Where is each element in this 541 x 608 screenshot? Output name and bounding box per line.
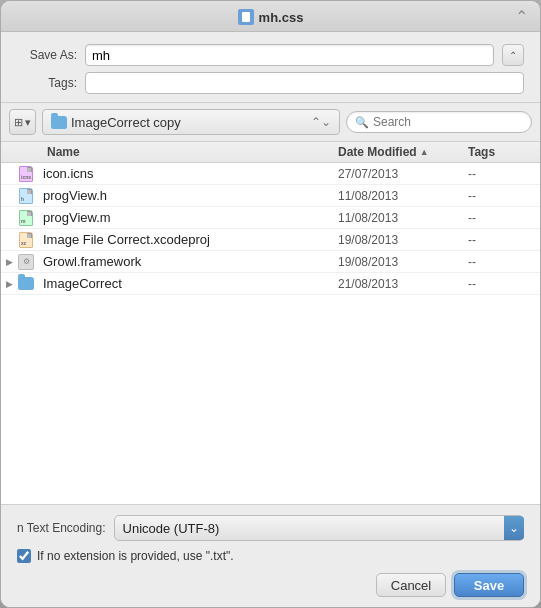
path-arrows: ⌃⌄ xyxy=(311,115,331,129)
save-dialog: mh.css ⌃ Save As: ⌃ Tags: ⊞ ▾ ImageCorre… xyxy=(0,0,541,608)
file-list-container: Name Date Modified ▲ Tags icnsicon.icns2… xyxy=(1,142,540,504)
file-tags: -- xyxy=(460,233,540,247)
file-icon-xcode: xc xyxy=(17,231,35,249)
file-date: 11/08/2013 xyxy=(330,211,460,225)
save-as-row: Save As: ⌃ xyxy=(17,44,524,66)
table-row[interactable]: ▶ImageCorrect21/08/2013-- xyxy=(1,273,540,295)
table-row[interactable]: icnsicon.icns27/07/2013-- xyxy=(1,163,540,185)
encoding-row: n Text Encoding: Unicode (UTF-8) UTF-16 … xyxy=(17,515,524,541)
save-as-input[interactable] xyxy=(85,44,494,66)
tags-label: Tags: xyxy=(17,76,77,90)
file-tags: -- xyxy=(460,211,540,225)
extension-checkbox-label: If no extension is provided, use ".txt". xyxy=(37,549,234,563)
search-input[interactable] xyxy=(373,115,523,129)
encoding-label: n Text Encoding: xyxy=(17,521,106,535)
search-box[interactable]: 🔍 xyxy=(346,111,532,133)
titlebar: mh.css ⌃ xyxy=(1,1,540,32)
cancel-button[interactable]: Cancel xyxy=(376,573,446,597)
expand-arrow[interactable]: ▶ xyxy=(1,279,17,289)
file-icon-folder xyxy=(17,275,35,293)
table-row[interactable]: ▶⚙Growl.framework19/08/2013-- xyxy=(1,251,540,273)
file-name: icon.icns xyxy=(39,166,330,181)
action-buttons: Cancel Save xyxy=(17,573,524,597)
file-date: 27/07/2013 xyxy=(330,167,460,181)
file-date: 19/08/2013 xyxy=(330,233,460,247)
file-icon-m: m xyxy=(17,209,35,227)
back-forward-button[interactable]: ⊞ ▾ xyxy=(9,109,36,135)
expand-button[interactable]: ⌃ xyxy=(502,44,524,66)
file-name: Image File Correct.xcodeproj xyxy=(39,232,330,247)
file-list-header: Name Date Modified ▲ Tags xyxy=(1,142,540,163)
dialog-title: mh.css xyxy=(259,10,304,25)
save-button[interactable]: Save xyxy=(454,573,524,597)
table-row[interactable]: hprogView.h11/08/2013-- xyxy=(1,185,540,207)
chevron-down-icon: ▾ xyxy=(25,116,31,129)
columns-icon: ⊞ xyxy=(14,116,23,129)
search-icon: 🔍 xyxy=(355,116,369,129)
column-date-modified[interactable]: Date Modified ▲ xyxy=(330,145,460,159)
file-tags: -- xyxy=(460,167,540,181)
file-tags: -- xyxy=(460,255,540,269)
file-name: Growl.framework xyxy=(39,254,330,269)
save-as-label: Save As: xyxy=(17,48,77,62)
tags-row: Tags: xyxy=(17,72,524,94)
table-row[interactable]: mprogView.m11/08/2013-- xyxy=(1,207,540,229)
file-tags: -- xyxy=(460,189,540,203)
expand-arrow[interactable]: ▶ xyxy=(1,257,17,267)
column-name[interactable]: Name xyxy=(39,145,330,159)
bottom-area: n Text Encoding: Unicode (UTF-8) UTF-16 … xyxy=(1,504,540,607)
file-list: icnsicon.icns27/07/2013--hprogView.h11/0… xyxy=(1,163,540,504)
folder-name: ImageCorrect copy xyxy=(71,115,181,130)
table-row[interactable]: xcImage File Correct.xcodeproj19/08/2013… xyxy=(1,229,540,251)
file-icon-framework: ⚙ xyxy=(17,253,35,271)
column-tags: Tags xyxy=(460,145,540,159)
file-name: progView.m xyxy=(39,210,330,225)
encoding-select-wrap[interactable]: Unicode (UTF-8) UTF-16 ASCII ISO Latin 1… xyxy=(114,515,524,541)
resize-icon[interactable]: ⌃ xyxy=(512,7,530,25)
encoding-select[interactable]: Unicode (UTF-8) UTF-16 ASCII ISO Latin 1 xyxy=(114,515,524,541)
titlebar-title: mh.css xyxy=(238,9,304,25)
file-icon-icns: icns xyxy=(17,165,35,183)
extension-checkbox-row: If no extension is provided, use ".txt". xyxy=(17,549,524,563)
css-file-icon xyxy=(238,9,254,25)
file-name: progView.h xyxy=(39,188,330,203)
folder-icon xyxy=(51,116,67,129)
file-icon-h: h xyxy=(17,187,35,205)
tags-input[interactable] xyxy=(85,72,524,94)
sort-arrow: ▲ xyxy=(420,147,429,157)
file-tags: -- xyxy=(460,277,540,291)
folder-path-selector[interactable]: ImageCorrect copy ⌃⌄ xyxy=(42,109,340,135)
file-date: 19/08/2013 xyxy=(330,255,460,269)
file-date: 11/08/2013 xyxy=(330,189,460,203)
extension-checkbox[interactable] xyxy=(17,549,31,563)
file-name: ImageCorrect xyxy=(39,276,330,291)
file-date: 21/08/2013 xyxy=(330,277,460,291)
toolbar: ⊞ ▾ ImageCorrect copy ⌃⌄ 🔍 xyxy=(1,103,540,142)
form-area: Save As: ⌃ Tags: xyxy=(1,32,540,103)
